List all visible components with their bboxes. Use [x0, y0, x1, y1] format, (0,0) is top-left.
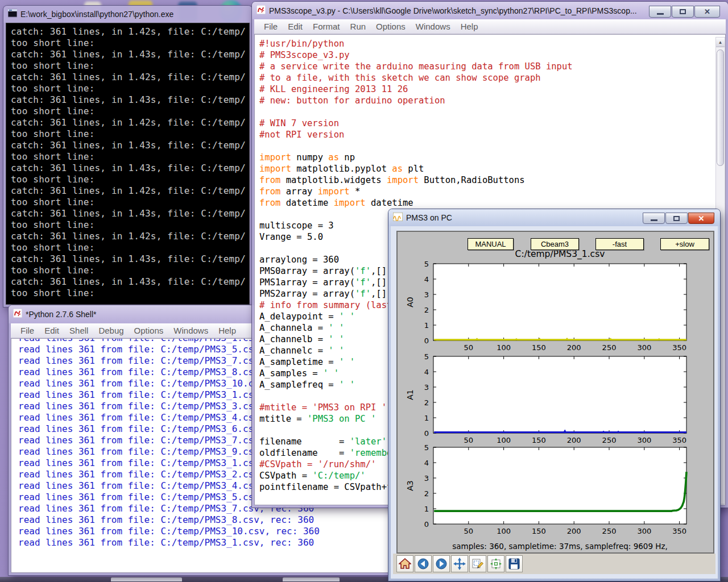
maximize-button[interactable]	[672, 6, 694, 18]
scope-button-manual[interactable]: MANUAL	[468, 238, 514, 250]
idle-icon	[13, 309, 22, 320]
x-tick-label: 250	[602, 527, 617, 535]
console-titlebar[interactable]: E:\work_bigbox\install\python27\python.e…	[3, 6, 252, 23]
y-tick-label: 4	[424, 275, 429, 284]
menu-item-file[interactable]: File	[15, 326, 39, 335]
y-tick-label: 3	[424, 474, 429, 483]
x-tick-label: 350	[672, 343, 686, 352]
y-tick-label: 0	[424, 429, 429, 438]
code-line: from datetime import datetime	[259, 197, 725, 209]
console-line: catch: 361 lines, in 1.42s, file: C:/tem…	[11, 117, 249, 128]
y-axis-label: A3	[406, 480, 415, 490]
x-tick-label: 200	[567, 436, 581, 444]
scrollbar-thumb[interactable]	[717, 49, 724, 166]
minimize-button[interactable]	[643, 213, 665, 224]
figure-window: PMS3 on PC ✕ MANUALCbeam3-fast+slow 5010…	[388, 209, 720, 581]
x-tick-label: 300	[637, 436, 651, 444]
console-line: too short line:	[11, 197, 249, 208]
console-line: catch: 361 lines, in 1.42s, file: C:/tem…	[11, 231, 249, 242]
shell-line: read lines 361 from file: C:/temp/PMS3_1…	[18, 537, 396, 548]
code-line: # new: button for arduino operation	[259, 95, 725, 106]
menu-item-help[interactable]: Help	[456, 22, 483, 31]
scroll-up-icon[interactable]: ▲	[716, 38, 725, 47]
toolbar-zoom-rect-button[interactable]	[469, 555, 486, 572]
scope-button-cbeam3[interactable]: Cbeam3	[531, 238, 579, 250]
console-line: too short line:	[11, 242, 249, 253]
x-tick-label: 50	[464, 527, 474, 535]
figure-title: PMS3 on PC	[406, 213, 452, 222]
close-button[interactable]: ✕	[694, 6, 720, 18]
toolbar-home-button[interactable]	[396, 555, 413, 572]
axes-A0	[433, 264, 686, 340]
menu-item-run[interactable]: Run	[345, 22, 371, 31]
toolbar-subplots-button[interactable]	[487, 555, 504, 572]
x-tick-label: 100	[497, 436, 511, 444]
y-tick-label: 2	[424, 306, 429, 314]
save-icon	[508, 558, 520, 570]
axes-A1	[433, 356, 686, 433]
y-axis-label: A1	[406, 389, 415, 400]
menu-item-format[interactable]: Format	[308, 22, 345, 31]
menu-item-shell[interactable]: Shell	[64, 326, 93, 335]
editor-title: PMS3scope_v3.py - C:\Users\kll\Google Dr…	[269, 6, 637, 15]
code-line: from matplotlib.widgets import Button,Ra…	[259, 174, 725, 186]
console-title: E:\work_bigbox\install\python27\python.e…	[20, 10, 173, 19]
taskbar-item[interactable]	[111, 577, 182, 581]
console-window: E:\work_bigbox\install\python27\python.e…	[3, 6, 252, 307]
console-line: too short line:	[11, 151, 249, 163]
minimize-button[interactable]	[649, 6, 671, 18]
console-line: too short line:	[11, 265, 249, 276]
scope-button-fast[interactable]: -fast	[595, 238, 644, 250]
shell-line: read lines 361 from file: C:/temp/PMS3_1…	[18, 526, 396, 537]
y-tick-label: 2	[424, 489, 429, 498]
toolbar-save-button[interactable]	[506, 555, 523, 572]
code-line: import numpy as np	[259, 152, 725, 163]
x-tick-label: 200	[567, 343, 581, 352]
shell-line: read lines 361 from file: C:/temp/PMS3_8…	[18, 514, 396, 526]
x-tick-label: 150	[532, 343, 546, 352]
y-tick-label: 4	[424, 368, 429, 376]
scope-button-slow[interactable]: +slow	[660, 238, 709, 250]
pan-icon	[453, 558, 466, 570]
menu-item-file[interactable]: File	[259, 22, 283, 31]
menu-item-options[interactable]: Options	[129, 326, 169, 335]
x-tick-label: 150	[532, 527, 546, 535]
menu-item-debug[interactable]: Debug	[93, 326, 129, 335]
maximize-button[interactable]	[665, 213, 688, 224]
zoom-rect-icon	[471, 558, 484, 570]
x-tick-label: 100	[497, 343, 511, 352]
y-tick-label: 1	[424, 505, 429, 513]
taskbar-item[interactable]	[283, 577, 340, 581]
close-button[interactable]: ✕	[688, 213, 714, 224]
console-line: too short line:	[11, 288, 249, 299]
menu-item-windows[interactable]: Windows	[411, 22, 456, 31]
menu-item-options[interactable]: Options	[371, 22, 411, 31]
code-line	[259, 140, 725, 152]
toolbar-pan-button[interactable]	[451, 555, 468, 572]
y-tick-label: 1	[424, 321, 429, 330]
menu-item-edit[interactable]: Edit	[283, 22, 308, 31]
console-line: too short line:	[11, 106, 249, 117]
y-tick-label: 2	[424, 398, 429, 407]
subplots-icon	[490, 558, 502, 570]
series-A0	[434, 339, 686, 339]
y-tick-label: 0	[424, 336, 429, 345]
toolbar-back-button[interactable]	[415, 555, 432, 572]
code-line: # to a file, with this sketch we can sho…	[259, 72, 725, 84]
y-tick-label: 1	[424, 414, 429, 422]
console-line: catch: 361 lines, in 1.42s, file: C:/tem…	[11, 72, 249, 83]
console-line: catch: 361 lines, in 1.43s, file: C:/tem…	[11, 276, 249, 288]
console-line: too short line:	[11, 128, 249, 140]
y-axis-label: A0	[406, 297, 415, 307]
scope-charts: 50100150200250300350012345A0C:/temp/PMS3…	[398, 232, 713, 552]
menu-item-help[interactable]: Help	[213, 326, 241, 335]
toolbar-forward-button[interactable]	[433, 555, 450, 572]
console-line: catch: 361 lines, in 1.43s, file: C:/tem…	[11, 253, 249, 265]
x-tick-label: 50	[464, 436, 474, 444]
code-line	[259, 106, 725, 118]
menu-item-edit[interactable]: Edit	[39, 326, 64, 335]
x-axis-label: samples: 360, sampletime: 37ms, samplefr…	[452, 542, 668, 551]
code-line: import matplotlib.pyplot as plt	[259, 163, 725, 174]
x-tick-label: 250	[602, 436, 617, 444]
menu-item-windows[interactable]: Windows	[168, 326, 213, 335]
